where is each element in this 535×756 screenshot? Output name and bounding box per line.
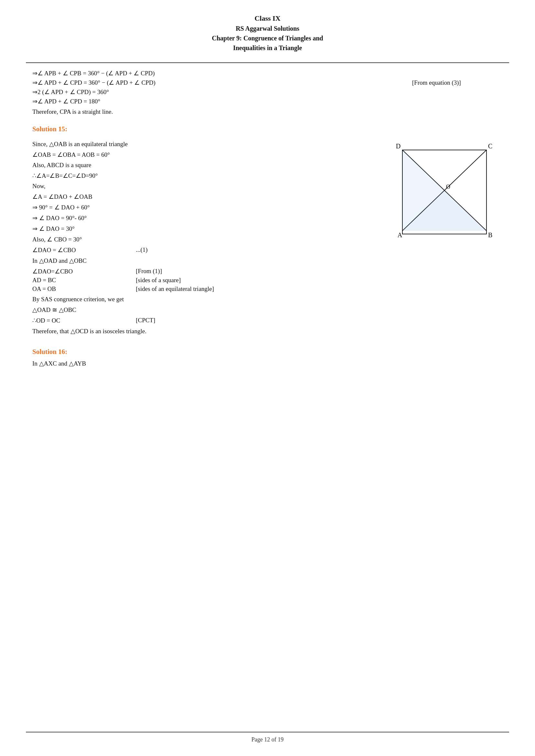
line-OC <box>444 150 487 190</box>
chapter-title: Chapter 9: Congruence of Triangles and <box>26 33 509 43</box>
page-footer: Page 12 of 19 <box>26 732 509 743</box>
equation-1: ⇒∠ APB + ∠ CPB = 360° − (∠ APD + ∠ CPD) <box>32 69 503 77</box>
proof-left-1: ∠DAO=∠CBO <box>32 268 136 275</box>
straight-line-conclusion: Therefore, CPA is a straight line. <box>32 108 503 115</box>
proof-row-2: AD = BC [sides of a square] <box>32 277 380 284</box>
s15-conclusion: Therefore, that △OCD is an isosceles tri… <box>32 327 380 335</box>
equation-2: ⇒∠ APD + ∠ CPD = 360° − (∠ APD + ∠ CPD) … <box>32 79 503 86</box>
diagram-svg: A B C D O <box>393 140 496 244</box>
s15-line-2: ∠OAB = ∠OBA = AOB = 60° <box>32 151 380 158</box>
proof-right-3: [sides of an equilateral triangle] <box>136 285 380 292</box>
proof-left-3: OA = OB <box>32 285 136 292</box>
solution-16-header: Solution 16: <box>32 348 503 356</box>
s15-congruent: △OAD ≅ △OBC <box>32 306 380 313</box>
dao-cbo-right: ...(1) <box>136 246 380 254</box>
eq2-text: ⇒∠ APD + ∠ CPD = 360° − (∠ APD + ∠ CPD) <box>32 79 412 86</box>
s15-line-7: ⇒ 90° = ∠ DAO + 60° <box>32 203 380 211</box>
rs-aggarwal: RS Aggarwal Solutions <box>26 24 509 33</box>
label-A: A <box>398 231 402 238</box>
solution-15-text: Since, △OAB is an equilateral triangle ∠… <box>32 137 380 338</box>
solution-15-header: Solution 15: <box>32 125 503 133</box>
page-header: Class IX RS Aggarwal Solutions Chapter 9… <box>26 13 509 53</box>
proof-row-3: OA = OB [sides of an equilateral triangl… <box>32 285 380 292</box>
s15-by-sas: By SAS congruence criterion, we get <box>32 296 380 303</box>
s15-line-9: ⇒ ∠ DAO = 30° <box>32 225 380 232</box>
s15-line-10: Also, ∠ CBO = 30° <box>32 236 380 243</box>
s15-line-3: Also, ABCD is a square <box>32 162 380 169</box>
s16-line-1: In △AXC and △AYB <box>32 360 503 367</box>
class-title: Class IX <box>26 13 509 24</box>
s15-line-1: Since, △OAB is an equilateral triangle <box>32 140 380 148</box>
diagram-col: A B C D O <box>393 140 503 245</box>
od-oc-left: ∴OD = OC <box>32 317 136 324</box>
s15-line-4: ∴∠A=∠B=∠C=∠D=90° <box>32 172 380 179</box>
equation-4: ⇒∠ APD + ∠ CPD = 180° <box>32 97 503 105</box>
main-content: ⇒∠ APB + ∠ CPB = 360° − (∠ APD + ∠ CPD) … <box>26 69 509 367</box>
solution-15-content: Since, △OAB is an equilateral triangle ∠… <box>32 137 503 338</box>
proof-table: ∠DAO=∠CBO [From (1)] AD = BC [sides of a… <box>32 268 380 292</box>
proof-left-2: AD = BC <box>32 277 136 284</box>
header-divider <box>26 62 509 63</box>
s15-line-6: ∠A = ∠DAO + ∠OAB <box>32 193 380 201</box>
label-B: B <box>488 231 492 238</box>
topic-title: Inequalities in a Triangle <box>26 43 509 53</box>
s15-in-triangles: In △OAD and △OBC <box>32 257 380 264</box>
s15-line-8: ⇒ ∠ DAO = 90°- 60° <box>32 214 380 222</box>
proof-row-1: ∠DAO=∠CBO [From (1)] <box>32 268 380 275</box>
eq1-text: ⇒∠ APB + ∠ CPB = 360° − (∠ APD + ∠ CPD) <box>32 69 503 77</box>
solution-16-block: Solution 16: In △AXC and △AYB <box>32 348 503 367</box>
label-C: C <box>488 143 492 149</box>
s15-od-oc: ∴OD = OC [CPCT] <box>32 317 380 324</box>
solution-15-block: Solution 15: Since, △OAB is an equilater… <box>32 125 503 338</box>
eq2-annotation: [From equation (3)] <box>412 79 503 86</box>
eq3-text: ⇒2 (∠ APD + ∠ CPD) = 360° <box>32 88 503 96</box>
proof-right-1: [From (1)] <box>136 268 380 275</box>
page-number: Page 12 of 19 <box>251 736 283 743</box>
eq4-text: ⇒∠ APD + ∠ CPD = 180° <box>32 97 503 105</box>
dao-cbo-left: ∠DAO = ∠CBO <box>32 246 136 254</box>
proof-right-2: [sides of a square] <box>136 277 380 284</box>
label-D: D <box>396 143 401 149</box>
equation-3: ⇒2 (∠ APD + ∠ CPD) = 360° <box>32 88 503 96</box>
page: Class IX RS Aggarwal Solutions Chapter 9… <box>0 0 535 756</box>
s15-dao-cbo: ∠DAO = ∠CBO ...(1) <box>32 246 380 254</box>
od-oc-right: [CPCT] <box>136 317 380 324</box>
s15-line-5: Now, <box>32 183 380 190</box>
